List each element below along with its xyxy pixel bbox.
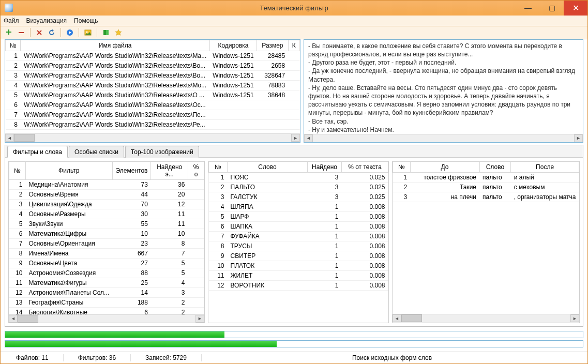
tab-top100[interactable]: Тор-100 изображений — [125, 146, 199, 158]
menu-file[interactable]: Файл — [4, 17, 19, 24]
table-row[interactable]: 7W:\Work\Programs2\AAP Words Studio\Win3… — [6, 110, 300, 119]
col-elements[interactable]: Элементов — [112, 161, 151, 179]
table-row[interactable]: 1W:\Work\Programs2\AAP Words Studio\Win3… — [6, 51, 300, 60]
table-row[interactable]: 10Астрономия\Созвездия885 — [9, 268, 204, 278]
table-row[interactable]: 8W:\Work\Programs2\AAP Words Studio\Win3… — [6, 119, 300, 129]
table-row[interactable]: 7ФУФАЙКА10.008 — [209, 231, 388, 241]
context-grid[interactable]: № До Слово После 1толстое фризовоепальто… — [393, 161, 579, 314]
scroll-left-icon[interactable]: ◄ — [393, 314, 401, 322]
col-num[interactable]: № — [6, 40, 21, 51]
scroll-track[interactable] — [14, 134, 291, 142]
table-row[interactable]: 4Основные\Размеры3011 — [9, 209, 204, 219]
table-row[interactable]: 5W:\Work\Programs2\AAP Words Studio\Win3… — [6, 90, 300, 100]
col-after[interactable]: После — [511, 161, 579, 172]
scroll-thumb[interactable] — [14, 134, 35, 142]
table-row[interactable]: 11Математика\Фигуры254 — [9, 278, 204, 287]
table-row[interactable]: 3на плечипальто, организаторы матча — [393, 192, 579, 202]
scroll-track[interactable] — [313, 134, 574, 142]
separator-icon — [79, 28, 79, 37]
col-num[interactable]: № — [209, 161, 228, 172]
col-word[interactable]: Слово — [228, 161, 308, 172]
table-row[interactable]: 9Основные\Цвета275 — [9, 258, 204, 268]
scroll-left-icon[interactable]: ◄ — [5, 134, 14, 142]
tab-special-lists[interactable]: Особые списки — [69, 146, 124, 158]
words-grid[interactable]: № Слово Найдено % от текста 1ПОЯС30.0252… — [208, 161, 388, 323]
text-preview[interactable]: - Вы понимаете, в какое положение вы себ… — [304, 40, 583, 134]
files-grid[interactable]: № Имя файла Кодировка Размер К 1W:\Work\… — [5, 40, 300, 133]
filters-grid[interactable]: № Фильтр Элементов Найдено э... % о 1Мед… — [9, 161, 204, 314]
app-icon — [5, 4, 13, 12]
files-hscroll[interactable]: ◄ ► — [5, 133, 300, 142]
table-row[interactable]: 9СВИТЕР10.008 — [209, 251, 388, 261]
table-row[interactable]: 6W:\Work\Programs2\AAP Words Studio\Win3… — [6, 100, 300, 110]
col-found[interactable]: Найдено — [308, 161, 342, 172]
col-pct[interactable]: % о — [188, 161, 204, 179]
scroll-right-icon[interactable]: ► — [195, 315, 204, 323]
add-button[interactable] — [4, 27, 14, 38]
table-row[interactable]: 11ЖИЛЕТ10.008 — [209, 270, 388, 280]
col-filter[interactable]: Фильтр — [25, 161, 112, 179]
col-size[interactable]: Размер — [257, 40, 289, 51]
col-filename[interactable]: Имя файла — [21, 40, 209, 51]
minimize-button[interactable]: — — [516, 1, 540, 16]
col-num[interactable]: № — [9, 161, 26, 179]
table-row[interactable]: 4W:\Work\Programs2\AAP Words Studio\Win3… — [6, 80, 300, 90]
menu-visual[interactable]: Визуализация — [26, 17, 67, 24]
refresh-button[interactable] — [47, 27, 57, 38]
table-row[interactable]: 5Звуки\Звуки5511 — [9, 219, 204, 229]
table-row[interactable]: 8ТРУСЫ10.008 — [209, 241, 388, 251]
col-extra[interactable]: К — [288, 40, 299, 51]
scroll-right-icon[interactable]: ► — [291, 134, 300, 142]
table-row[interactable]: 1ПОЯС30.025 — [209, 172, 388, 182]
table-row[interactable]: 2Такиепальтос меховым — [393, 182, 579, 192]
filters-hscroll[interactable]: ◄ ► — [9, 314, 204, 323]
preview-hscroll[interactable]: ◄ ► — [304, 134, 583, 142]
table-row[interactable]: 14Биология\Животные62 — [9, 307, 204, 314]
table-row[interactable]: 3W:\Work\Programs2\AAP Words Studio\Win3… — [6, 70, 300, 80]
col-before[interactable]: До — [410, 161, 479, 172]
scroll-track[interactable] — [401, 314, 570, 322]
table-row[interactable]: 13География\Страны1882 — [9, 297, 204, 307]
table-row[interactable]: 1толстое фризовоепальтои алый — [393, 172, 579, 182]
table-row[interactable]: 6Математика\Цифры1010 — [9, 229, 204, 238]
delete-button[interactable] — [34, 27, 44, 38]
table-row[interactable]: 6ШАПКА10.008 — [209, 221, 388, 231]
table-row[interactable]: 10ПЛАТОК10.008 — [209, 261, 388, 270]
table-row[interactable]: 4ШЛЯПА10.008 — [209, 202, 388, 211]
image-icon — [84, 29, 92, 36]
table-row[interactable]: 5ШАРФ10.008 — [209, 211, 388, 221]
book-button[interactable] — [101, 27, 111, 38]
maximize-button[interactable]: ▢ — [540, 1, 564, 16]
col-num[interactable]: № — [393, 161, 411, 172]
scroll-left-icon[interactable]: ◄ — [9, 315, 18, 323]
scroll-thumb[interactable] — [401, 314, 422, 322]
scroll-track[interactable] — [18, 315, 195, 323]
star-button[interactable] — [113, 27, 124, 38]
table-row[interactable]: 12Астрономия\Планеты Сол...143 — [9, 287, 204, 297]
scroll-thumb[interactable] — [18, 315, 38, 323]
x-icon — [36, 29, 43, 36]
image-button[interactable] — [83, 27, 93, 38]
table-row[interactable]: 2Основные\Время4420 — [9, 189, 204, 199]
table-row[interactable]: 2W:\Work\Programs2\AAP Words Studio\Win3… — [6, 60, 300, 70]
col-word[interactable]: Слово — [479, 161, 511, 172]
col-pct[interactable]: % от текста — [342, 161, 388, 172]
col-encoding[interactable]: Кодировка — [209, 40, 257, 51]
scroll-right-icon[interactable]: ► — [574, 134, 583, 142]
table-row[interactable]: 7Основные\Ориентация238 — [9, 238, 204, 248]
tab-filters-words[interactable]: Фильтры и слова — [7, 146, 68, 158]
table-row[interactable]: 2ПАЛЬТО30.025 — [209, 182, 388, 192]
table-row[interactable]: 12ВОРОТНИК10.008 — [209, 280, 388, 290]
scroll-left-icon[interactable]: ◄ — [304, 134, 313, 142]
table-row[interactable]: 3Цивилизация\Одежда7012 — [9, 199, 204, 209]
table-row[interactable]: 3ГАЛСТУК30.025 — [209, 192, 388, 202]
scroll-right-icon[interactable]: ► — [570, 314, 579, 322]
table-row[interactable]: 1Медицина\Анатомия7336 — [9, 179, 204, 189]
play-button[interactable] — [65, 27, 75, 38]
col-found[interactable]: Найдено э... — [151, 161, 188, 179]
remove-button[interactable] — [16, 27, 26, 38]
context-hscroll[interactable]: ◄ ► — [393, 314, 579, 323]
close-button[interactable]: ✕ — [564, 1, 587, 16]
table-row[interactable]: 8Имена\Имена6677 — [9, 248, 204, 258]
menu-help[interactable]: Помощь — [74, 17, 98, 24]
